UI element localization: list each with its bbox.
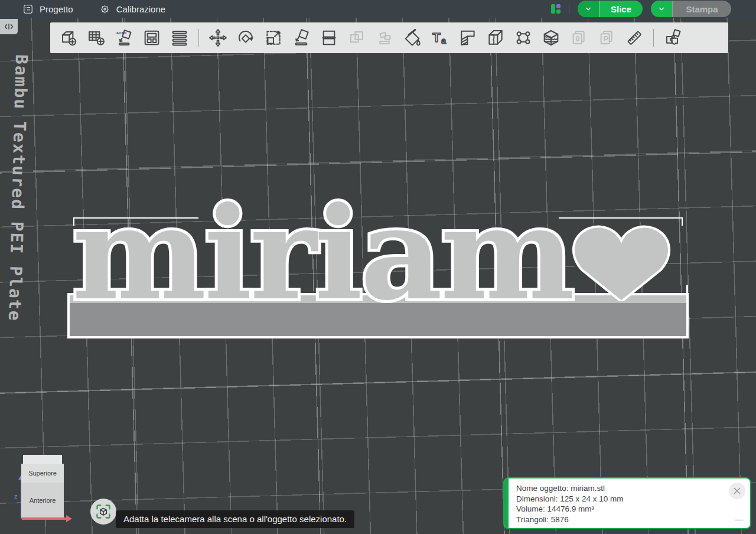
object-info-panel: Nome oggetto: miriam.stl Dimensioni: 125… — [503, 477, 751, 529]
toolbar-divider — [653, 29, 654, 47]
workspace-layout-icon[interactable] — [551, 4, 561, 14]
rotate-button[interactable] — [234, 27, 257, 49]
title-bar: Progetto Calibrazione Slice — [0, 0, 756, 18]
selection-bbox-line — [73, 217, 198, 219]
orientation-cube-front-face[interactable]: Anteriore — [21, 483, 64, 517]
svg-text:T: T — [432, 30, 441, 45]
close-icon — [733, 487, 741, 495]
axis-x-label: x — [72, 532, 76, 534]
lay-on-face-button[interactable] — [290, 27, 312, 49]
seam-paint-button[interactable] — [484, 27, 507, 49]
collapse-sidebar-icon — [3, 22, 15, 31]
color-paint-button[interactable] — [401, 27, 423, 49]
titlebar-divider — [569, 4, 569, 14]
svg-text:a: a — [441, 36, 447, 45]
merge-button — [346, 27, 368, 49]
plate-settings-button: P — [595, 27, 618, 49]
chevron-down-icon — [657, 5, 666, 13]
add-object-icon — [59, 28, 78, 47]
info-panel-close-button[interactable] — [729, 483, 745, 499]
toolbar-divider — [198, 29, 199, 47]
heart-icon — [562, 223, 680, 301]
menu-calibration[interactable]: Calibrazione — [99, 4, 165, 15]
mesh-boolean-button[interactable] — [512, 27, 535, 49]
info-panel-accent-stripe — [504, 478, 509, 528]
titlebar-right: Slice Stampa — [551, 1, 756, 17]
fit-camera-tooltip: Adatta la telecamera alla scena o all'og… — [116, 510, 354, 528]
split-icon — [375, 28, 394, 47]
text-tool-icon: Ta — [431, 28, 449, 47]
auto-orient-button[interactable]: AUTO — [113, 27, 135, 49]
menu-project-label: Progetto — [40, 4, 73, 14]
selection-bbox-line — [682, 217, 683, 226]
variable-layer-height-icon — [542, 28, 561, 47]
add-object-button[interactable] — [57, 27, 80, 49]
calibration-gear-icon — [99, 4, 110, 15]
paint-bucket-icon — [403, 28, 422, 47]
support-paint-button[interactable] — [457, 27, 479, 49]
orientation-front-label: Anteriore — [30, 497, 56, 504]
plate-index-button: 0 — [568, 27, 590, 49]
print-button[interactable]: Stampa — [651, 1, 731, 17]
object-list-button[interactable] — [168, 27, 191, 49]
selection-bbox-line — [559, 217, 683, 219]
support-paint-icon — [458, 28, 477, 47]
move-button[interactable] — [207, 27, 229, 49]
orientation-cube-back-edge — [23, 455, 62, 464]
scale-icon — [264, 28, 283, 47]
object-list-icon — [170, 28, 189, 47]
measure-ruler-icon — [625, 28, 644, 47]
svg-text:P: P — [604, 35, 609, 43]
chevron-down-icon — [584, 5, 592, 13]
selection-bbox-line — [686, 285, 688, 307]
move-icon — [208, 28, 227, 47]
cut-icon — [320, 28, 338, 47]
cut-button[interactable] — [318, 27, 340, 49]
sidebar-collapse-button[interactable] — [0, 19, 18, 34]
info-volume: Volume: 14476.9 mm³ — [516, 504, 624, 515]
variable-layer-height-button[interactable] — [540, 27, 562, 49]
rotate-icon — [236, 28, 255, 47]
plate-index-icon: 0 — [569, 28, 588, 47]
slice-dropdown-button[interactable] — [578, 1, 599, 17]
fit-camera-button[interactable] — [90, 499, 116, 525]
assembly-view-button[interactable] — [662, 27, 684, 49]
mesh-boolean-icon — [514, 28, 533, 47]
lay-on-face-icon — [292, 28, 311, 47]
print-button-label: Stampa — [673, 4, 731, 14]
selection-bbox-line — [686, 320, 688, 334]
measure-button[interactable] — [623, 27, 646, 49]
seam-paint-icon — [486, 28, 505, 47]
menu-group: Progetto Calibrazione — [0, 4, 165, 15]
info-object-name: Nome oggetto: miriam.stl — [516, 483, 624, 494]
split-button — [373, 27, 396, 49]
axis-z-label: z — [14, 493, 18, 500]
orientation-cube[interactable]: Superiore Anteriore — [21, 455, 64, 517]
print-dropdown-button[interactable] — [651, 1, 672, 17]
info-triangles: Triangoli: 5876 — [516, 515, 624, 525]
orientation-cube-top-face[interactable]: Superiore — [21, 464, 64, 483]
slice-button-label: Slice — [599, 4, 643, 14]
model-text-miriam: miriam — [72, 190, 572, 317]
info-dimensions: Dimensioni: 125 x 24 x 10 mm — [516, 494, 624, 504]
plate-settings-icon: P — [597, 28, 616, 47]
auto-orient-icon: AUTO — [115, 28, 133, 47]
add-plate-icon — [87, 28, 106, 47]
arrange-button[interactable] — [141, 27, 163, 49]
scale-button[interactable] — [262, 27, 285, 49]
info-panel-minimize-button[interactable]: — — [735, 515, 743, 525]
svg-text:0: 0 — [575, 35, 579, 43]
slice-button[interactable]: Slice — [578, 1, 643, 17]
svg-text:AUTO: AUTO — [116, 31, 126, 35]
project-list-icon — [22, 4, 34, 15]
3d-viewport[interactable]: Bambu Textured PEI Plate AUTO Ta 0 P mir… — [0, 18, 756, 534]
add-plate-button[interactable] — [85, 27, 107, 49]
assembly-puzzle-icon — [663, 28, 682, 47]
merge-icon — [347, 28, 366, 47]
fit-camera-icon — [95, 503, 112, 520]
menu-calibration-label: Calibrazione — [116, 4, 165, 14]
menu-project[interactable]: Progetto — [22, 4, 73, 15]
arrange-icon — [142, 28, 161, 47]
main-toolbar: AUTO Ta 0 P — [50, 22, 728, 53]
text-tool-button[interactable]: Ta — [429, 27, 451, 49]
